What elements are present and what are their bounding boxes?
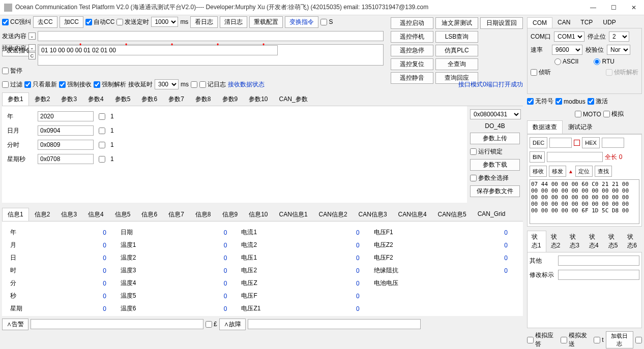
info-tab-3[interactable]: 信息4 — [82, 208, 109, 221]
info-tab-12[interactable]: CAN信息3 — [353, 208, 393, 221]
remote-迪文屏测试[interactable]: 迪文屏测试 — [435, 17, 478, 29]
status-tab-5[interactable]: 状态6 — [623, 231, 642, 252]
status-tab-1[interactable]: 状态2 — [546, 231, 566, 252]
param-分时-input[interactable] — [38, 140, 94, 150]
fault-button[interactable]: ∧故障 — [219, 319, 246, 330]
remote-日期设置回[interactable]: 日期设置回 — [480, 17, 523, 29]
param-tab-7[interactable]: 参数8 — [190, 92, 217, 106]
only-latest-check[interactable] — [24, 81, 31, 88]
data-tab-0[interactable]: 数据速查 — [527, 120, 563, 134]
info-tab-1[interactable]: 信息2 — [29, 208, 56, 221]
param-tab-8[interactable]: 参数9 — [217, 92, 244, 106]
info-tab-7[interactable]: 信息8 — [190, 208, 217, 221]
remote-遥控停机[interactable]: 遥控停机 — [391, 31, 433, 43]
bin-input[interactable] — [547, 152, 603, 162]
info-tab-6[interactable]: 信息7 — [163, 208, 190, 221]
data-tab-1[interactable]: 测试记录 — [563, 120, 598, 134]
recv-clear-button[interactable]: C — [28, 52, 36, 59]
fault-check[interactable] — [206, 321, 212, 328]
t-check[interactable] — [594, 337, 600, 343]
change-command-button[interactable]: 变换指令 — [285, 16, 318, 28]
s-check[interactable] — [320, 19, 327, 25]
param-tab-2[interactable]: 参数3 — [55, 92, 82, 106]
alarm-input[interactable] — [31, 319, 203, 329]
param-年-input[interactable] — [38, 111, 94, 121]
param-tab-5[interactable]: 参数6 — [136, 92, 163, 106]
maximize-button[interactable]: ☐ — [607, 4, 620, 11]
status-tab-0[interactable]: 状态1 — [527, 231, 546, 252]
recv-status-link[interactable]: 接收数据状态 — [228, 80, 265, 89]
log-check[interactable] — [199, 81, 206, 88]
param-日月-input[interactable] — [38, 125, 94, 136]
fault-input[interactable] — [248, 319, 421, 329]
param-all-check[interactable] — [470, 175, 477, 181]
cc-correct-check[interactable] — [2, 19, 9, 25]
reload-config-button[interactable]: 重载配置 — [249, 16, 283, 28]
delay-extra-check[interactable] — [191, 81, 197, 88]
param-download-button[interactable]: 参数下载 — [470, 159, 520, 171]
timer-value-select[interactable]: 1000 — [151, 17, 178, 27]
remote-全查询[interactable]: 全查询 — [435, 58, 478, 70]
param-tab-3[interactable]: 参数4 — [82, 92, 109, 106]
add-cc-button[interactable]: 加CC — [60, 16, 83, 28]
activate-check[interactable] — [588, 98, 594, 105]
pause-check[interactable] — [2, 68, 9, 74]
force-recv-check[interactable] — [59, 81, 66, 88]
info-tab-9[interactable]: 信息10 — [243, 208, 273, 221]
filter-check[interactable] — [2, 81, 9, 88]
remote-仿真PLC[interactable]: 仿真PLC — [435, 45, 478, 56]
remote-遥控启动[interactable]: 遥控启动 — [391, 17, 433, 29]
info-tab-2[interactable]: 信息3 — [55, 208, 82, 221]
run-lock-check[interactable] — [470, 148, 477, 155]
remote-遥控复位[interactable]: 遥控复位 — [391, 58, 433, 70]
info-tab-10[interactable]: CAN信息1 — [274, 208, 313, 221]
sim-check[interactable] — [603, 111, 610, 117]
find-button[interactable]: 查找 — [595, 166, 612, 177]
move-recv-button[interactable]: 移收 — [530, 166, 547, 177]
clear-log-button[interactable]: 清日志 — [220, 16, 247, 28]
locate-button[interactable]: 定位 — [575, 166, 593, 177]
param-tab-1[interactable]: 参数2 — [29, 92, 56, 106]
modify-flag-input[interactable] — [558, 270, 639, 280]
sim-send-check[interactable] — [561, 337, 567, 343]
parity-select[interactable]: None — [607, 45, 630, 55]
move-send-button[interactable]: 移发 — [549, 166, 566, 177]
hex-button[interactable]: HEX — [582, 137, 600, 148]
close-button[interactable]: ✕ — [628, 4, 640, 11]
param-日月-check[interactable] — [99, 128, 105, 134]
status-tab-3[interactable]: 状态4 — [584, 231, 604, 252]
hex-command-input[interactable] — [39, 45, 278, 55]
info-tab-11[interactable]: CAN信息2 — [313, 208, 353, 221]
dec-input[interactable] — [549, 138, 572, 148]
rtu-radio[interactable] — [594, 58, 600, 65]
param-星期秒-input[interactable] — [38, 154, 94, 164]
dec-button[interactable]: DEC — [530, 137, 547, 148]
load-log-button[interactable]: 加载日志 — [606, 331, 633, 348]
send-content-input[interactable] — [38, 31, 384, 41]
param-tab-0[interactable]: 参数1 — [2, 92, 29, 106]
extra-check[interactable] — [635, 337, 642, 343]
save-param-button[interactable]: 保存参数文件 — [470, 185, 520, 197]
force-parse-check[interactable] — [94, 81, 100, 88]
param-tab-6[interactable]: 参数7 — [163, 92, 190, 106]
param-星期秒-check[interactable] — [99, 156, 105, 163]
remote-LSB查询[interactable]: LSB查询 — [435, 31, 478, 43]
send-expand-icon[interactable]: ⌄ — [28, 33, 36, 40]
stop-bit-select[interactable]: 2 — [609, 31, 629, 42]
info-tab-14[interactable]: CAN信息5 — [432, 208, 472, 221]
listen-check[interactable] — [531, 69, 537, 76]
com-port-select[interactable]: COM1 — [554, 31, 584, 42]
remote-遥控急停[interactable]: 遥控急停 — [391, 45, 433, 56]
baud-select[interactable]: 9600 — [552, 45, 582, 55]
hex-dump-area[interactable]: 07 44 00 00 00 60 C0 21 21 00 00 00 00 0… — [530, 179, 639, 224]
param-年-check[interactable] — [99, 113, 105, 120]
recv-expand-icon[interactable]: ⌄ — [28, 44, 36, 51]
info-tab-4[interactable]: 信息5 — [109, 208, 136, 221]
status-tab-2[interactable]: 状态3 — [565, 231, 584, 252]
remote-遥控静音[interactable]: 遥控静音 — [391, 72, 433, 84]
modbus-check[interactable] — [555, 98, 562, 105]
comm-tab-TCP[interactable]: TCP — [575, 17, 598, 28]
delay-select[interactable]: 300 — [155, 79, 179, 89]
moto-check[interactable] — [575, 111, 581, 117]
info-tab-5[interactable]: 信息6 — [136, 208, 163, 221]
